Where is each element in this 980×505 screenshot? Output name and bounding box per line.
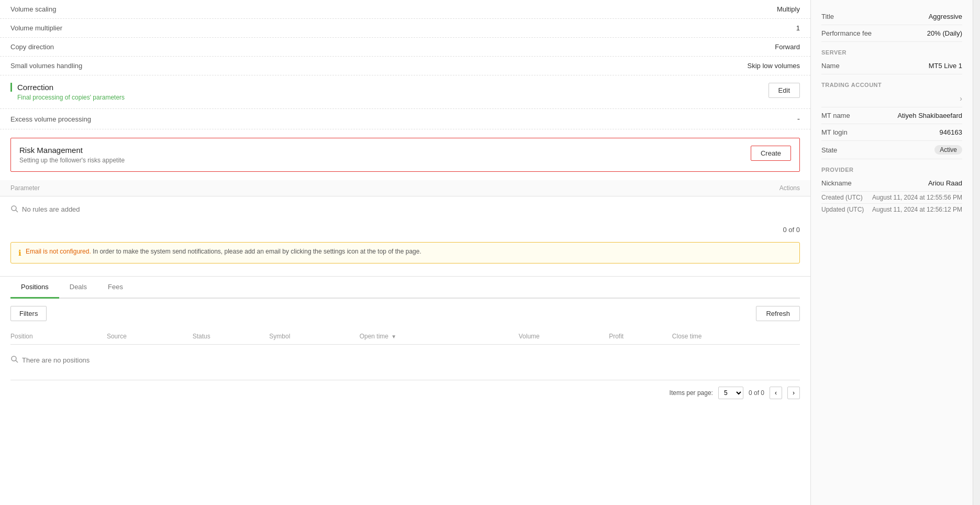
search-icon-positions (10, 355, 19, 365)
positions-toolbar: Filters Refresh (10, 299, 800, 328)
nickname-field: Nickname Ariou Raad (821, 175, 962, 192)
copy-direction-value: Forward (775, 43, 800, 51)
correction-subtitle: Final processing of copies' parameters (10, 94, 125, 101)
tabs-bar: Positions Deals Fees (10, 277, 800, 299)
email-warning: ℹ Email is not configured. In order to m… (10, 242, 800, 264)
tab-positions[interactable]: Positions (10, 277, 59, 299)
mt-name-field: MT name Atiyeh Shakibaeefard (821, 107, 962, 124)
email-warning-rest: In order to make the system send notific… (91, 248, 421, 255)
rules-table-header: Parameter Actions (0, 180, 810, 196)
correction-section: Correction Final processing of copies' p… (0, 75, 810, 109)
parameter-column-header: Parameter (10, 184, 40, 192)
title-field: Title Aggressive (821, 8, 962, 25)
no-rules-text: No rules are added (22, 205, 80, 213)
svg-line-3 (16, 360, 18, 363)
mt-login-label: MT login (821, 128, 848, 136)
trading-account-section-header: TRADING ACCOUNT (821, 74, 962, 90)
excess-volume-row: Excess volume processing - (0, 109, 810, 129)
create-button[interactable]: Create (751, 146, 791, 161)
volume-multiplier-row: Volume multiplier 1 (0, 19, 810, 38)
mt-name-label: MT name (821, 112, 850, 119)
volume-col-header: Volume (519, 328, 609, 345)
search-icon (10, 205, 19, 213)
mt-name-value: Atiyeh Shakibaeefard (897, 112, 962, 119)
sort-arrow-icon: ▼ (391, 334, 396, 339)
refresh-button[interactable]: Refresh (756, 306, 800, 321)
positions-table: Position Source Status Symbol Open time (10, 328, 800, 376)
filters-button[interactable]: Filters (10, 306, 47, 321)
risk-management-subtitle: Setting up the follower's risks appetite (19, 157, 125, 164)
volume-multiplier-label: Volume multiplier (10, 24, 62, 32)
excess-volume-label: Excess volume processing (10, 115, 91, 123)
created-field: Created (UTC) August 11, 2024 at 12:55:5… (821, 192, 962, 204)
nickname-value: Ariou Raad (928, 179, 962, 187)
svg-point-2 (12, 356, 16, 361)
volume-multiplier-value: 1 (796, 24, 800, 32)
no-rules-row: No rules are added (0, 196, 810, 222)
edit-button[interactable]: Edit (769, 83, 800, 98)
pagination-bar: Items per page: 5 10 25 0 of 0 ‹ › (10, 380, 800, 405)
excess-volume-value: - (797, 114, 800, 124)
server-name-field: Name MT5 Live 1 (821, 58, 962, 74)
items-per-page-select[interactable]: 5 10 25 (718, 387, 743, 399)
right-panel: Title Aggressive Performance fee 20% (Da… (810, 0, 973, 505)
server-section-header: SERVER (821, 42, 962, 58)
performance-fee-field: Performance fee 20% (Daily) (821, 25, 962, 42)
status-col-header: Status (193, 328, 270, 345)
svg-line-1 (16, 210, 18, 212)
actions-column-header: Actions (779, 184, 800, 192)
small-volumes-row: Small volumes handling Skip low volumes (0, 57, 810, 75)
tabs-section: Positions Deals Fees Filters Refresh (0, 276, 810, 405)
small-volumes-value: Skip low volumes (748, 62, 800, 70)
position-col-header: Position (10, 328, 107, 345)
performance-fee-label: Performance fee (821, 29, 872, 37)
email-link-text: Email is not configured. (26, 248, 91, 255)
email-warning-text: Email is not configured. In order to mak… (26, 248, 421, 255)
state-badge: Active (934, 145, 962, 155)
profit-col-header: Profit (609, 328, 672, 345)
tab-fees[interactable]: Fees (97, 277, 133, 299)
pagination-count: 0 of 0 (749, 389, 764, 397)
mt-login-field: MT login 946163 (821, 124, 962, 141)
updated-label: Updated (UTC) (821, 206, 864, 213)
copy-direction-label: Copy direction (10, 43, 54, 51)
no-positions-row: There are no positions (10, 345, 800, 376)
state-field: State Active (821, 141, 962, 159)
items-per-page-label: Items per page: (670, 389, 713, 397)
created-label: Created (UTC) (821, 194, 863, 201)
title-value: Aggressive (929, 13, 962, 20)
title-label: Title (821, 13, 834, 20)
volume-scaling-label: Volume scaling (10, 5, 56, 13)
updated-field: Updated (UTC) August 11, 2024 at 12:56:1… (821, 204, 962, 215)
source-col-header: Source (107, 328, 193, 345)
copy-direction-row: Copy direction Forward (0, 38, 810, 57)
pagination-next-button[interactable]: › (787, 387, 800, 399)
small-volumes-label: Small volumes handling (10, 62, 82, 70)
trading-account-arrow-icon: › (960, 94, 962, 103)
server-name-value: MT5 Live 1 (929, 62, 962, 70)
volume-scaling-value: Multiply (777, 5, 800, 13)
risk-management-title: Risk Management (19, 146, 125, 155)
server-name-label: Name (821, 62, 840, 70)
no-positions-text: There are no positions (22, 356, 90, 364)
performance-fee-value: 20% (Daily) (927, 29, 962, 37)
pagination-prev-button[interactable]: ‹ (770, 387, 782, 399)
warning-icon: ℹ (18, 248, 21, 258)
open-time-col-header[interactable]: Open time ▼ (360, 328, 519, 345)
risk-management-section: Risk Management Setting up the follower'… (10, 138, 800, 172)
volume-scaling-row: Volume scaling Multiply (0, 0, 810, 19)
mt-login-value: 946163 (940, 128, 962, 136)
count-row: 0 of 0 (0, 222, 810, 238)
nickname-label: Nickname (821, 179, 852, 187)
trading-account-field[interactable]: › (821, 90, 962, 107)
provider-section-header: PROVIDER (821, 159, 962, 175)
correction-title: Correction (10, 83, 125, 92)
svg-point-0 (12, 206, 16, 211)
state-label: State (821, 146, 837, 154)
updated-value: August 11, 2024 at 12:56:12 PM (872, 206, 962, 213)
scrollbar-track[interactable] (973, 0, 980, 505)
symbol-col-header: Symbol (269, 328, 359, 345)
tab-deals[interactable]: Deals (59, 277, 97, 299)
close-time-col-header: Close time (672, 328, 800, 345)
created-value: August 11, 2024 at 12:55:56 PM (872, 194, 962, 201)
